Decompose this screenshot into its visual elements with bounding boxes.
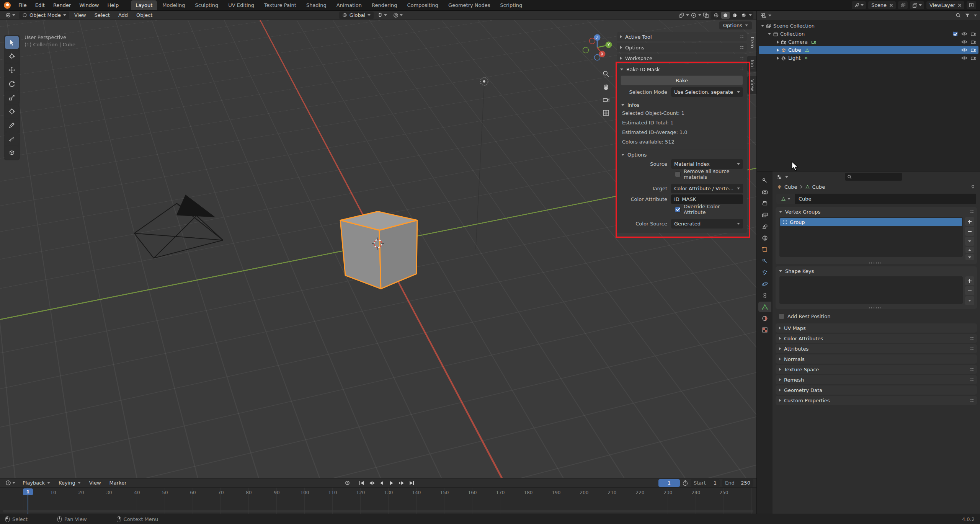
tab-rendering[interactable]: Rendering — [367, 0, 402, 10]
tool-annotate[interactable] — [5, 119, 19, 132]
shape-key-specials-button[interactable] — [965, 296, 974, 305]
close-icon[interactable] — [889, 3, 893, 7]
snap-toggle[interactable] — [375, 11, 389, 19]
bake-id-mask-header[interactable]: Bake ID Mask — [617, 64, 747, 74]
eye-icon[interactable] — [961, 40, 967, 44]
move-group-down-button[interactable] — [965, 254, 974, 260]
tab-scripting[interactable]: Scripting — [496, 0, 527, 10]
xray-toggle-icon[interactable] — [703, 12, 709, 18]
transform-orientation-selector[interactable]: Global — [339, 11, 374, 19]
tab-sculpting[interactable]: Sculpting — [190, 0, 223, 10]
tool-move[interactable] — [5, 64, 19, 77]
chevron-down-icon[interactable] — [974, 15, 977, 16]
npanel-tab-view[interactable]: View — [747, 76, 756, 94]
row-scene-collection[interactable]: Scene Collection — [759, 22, 978, 30]
jump-to-end-button[interactable] — [407, 479, 416, 487]
tool-measure[interactable] — [5, 132, 19, 145]
npanel-section-workspace[interactable]: Workspace — [617, 54, 747, 63]
timeline-editor-type-button[interactable] — [3, 479, 18, 487]
navigation-gizmo[interactable]: Z Y X — [582, 32, 612, 63]
breadcrumb-data[interactable]: Cube — [812, 184, 825, 190]
modifiers-tab[interactable] — [758, 256, 771, 266]
view-layer-selector[interactable]: ViewLayer — [926, 1, 964, 9]
remesh-header[interactable]: Remesh — [776, 375, 977, 384]
texture-tab[interactable] — [758, 325, 771, 335]
infos-subpanel-header[interactable]: Infos — [617, 100, 747, 108]
next-keyframe-button[interactable] — [397, 479, 406, 487]
add-rest-position-checkbox[interactable] — [779, 313, 784, 319]
eye-icon[interactable] — [961, 32, 967, 36]
physics-tab[interactable] — [758, 279, 771, 289]
menu-object[interactable]: Object — [133, 11, 156, 19]
shape-keys-header[interactable]: Shape Keys — [776, 266, 977, 276]
vertex-groups-list[interactable]: Group — [779, 217, 963, 257]
render-visibility-icon[interactable] — [971, 32, 976, 36]
current-frame-field[interactable]: 1 — [658, 479, 680, 487]
properties-search[interactable] — [845, 173, 902, 181]
tab-modeling[interactable]: Modeling — [158, 0, 189, 10]
chevron-down-icon[interactable] — [698, 14, 701, 16]
tab-geometry-nodes[interactable]: Geometry Nodes — [444, 0, 495, 10]
tool-rotate[interactable] — [5, 77, 19, 90]
menu-render[interactable]: Render — [49, 1, 75, 9]
shading-solid-button[interactable] — [721, 12, 730, 19]
shading-material-button[interactable] — [730, 12, 739, 19]
camera-view-icon[interactable] — [601, 95, 611, 105]
end-frame-field[interactable]: End 250 — [722, 479, 753, 487]
color-source-dropdown[interactable]: Generated — [671, 219, 743, 229]
selection-mode-dropdown[interactable]: Use Selection, separate — [671, 87, 743, 97]
view-layer-browse-button[interactable] — [910, 1, 924, 9]
override-color-attribute-checkbox[interactable] — [675, 207, 681, 212]
timeline-ruler[interactable]: 10 20 30 40 50 60 70 80 90 100 110 120 1… — [0, 487, 756, 514]
tab-animation[interactable]: Animation — [332, 0, 366, 10]
add-vertex-group-button[interactable] — [965, 217, 974, 226]
tool-scale[interactable] — [5, 91, 19, 104]
new-scene-button[interactable] — [898, 1, 908, 9]
mode-selector[interactable]: Object Mode — [19, 11, 69, 19]
vertex-group-specials-button[interactable] — [965, 237, 974, 246]
remove-source-materials-checkbox[interactable] — [675, 171, 681, 177]
add-shape-key-button[interactable] — [965, 276, 974, 285]
row-collection[interactable]: Collection — [759, 30, 978, 38]
menu-playback[interactable]: Playback — [19, 479, 54, 486]
remove-vertex-group-button[interactable] — [965, 227, 974, 236]
play-reverse-button[interactable] — [377, 479, 386, 487]
npanel-section-active-tool[interactable]: Active Tool — [617, 32, 747, 41]
chevron-down-icon[interactable] — [785, 176, 788, 178]
constraints-tab[interactable] — [758, 290, 771, 300]
menu-select[interactable]: Select — [91, 11, 113, 19]
jump-to-start-button[interactable] — [357, 479, 366, 487]
geometry-data-header[interactable]: Geometry Data — [776, 385, 977, 395]
vertex-group-item[interactable]: Group — [780, 218, 962, 226]
exclude-checkbox[interactable] — [953, 31, 958, 36]
color-attribute-input[interactable]: ID_MASK — [671, 194, 743, 204]
menu-add[interactable]: Add — [115, 11, 131, 19]
menu-view[interactable]: View — [71, 11, 90, 19]
chevron-down-icon[interactable] — [768, 15, 771, 16]
shape-keys-list[interactable] — [779, 276, 963, 304]
close-icon[interactable] — [958, 3, 961, 7]
outliner-editor-icon[interactable] — [760, 13, 766, 18]
menu-window[interactable]: Window — [75, 1, 103, 9]
tab-layout[interactable]: Layout — [131, 0, 157, 10]
zoom-icon[interactable] — [601, 69, 611, 79]
tab-texture-paint[interactable]: Texture Paint — [260, 0, 301, 10]
scene-tab[interactable] — [758, 221, 771, 232]
custom-properties-header[interactable]: Custom Properties — [776, 396, 977, 405]
new-view-layer-button[interactable] — [967, 1, 976, 9]
tool-cursor[interactable] — [5, 50, 19, 63]
texture-space-header[interactable]: Texture Space — [776, 365, 977, 374]
output-tab[interactable] — [758, 198, 771, 209]
move-group-up-button[interactable] — [965, 247, 974, 253]
vertex-groups-header[interactable]: Vertex Groups — [776, 207, 977, 216]
pin-icon[interactable] — [970, 184, 975, 189]
particles-tab[interactable] — [758, 267, 771, 278]
source-dropdown[interactable]: Material Index — [671, 159, 743, 169]
list-resize-grip[interactable] — [869, 307, 883, 309]
blender-logo-icon[interactable] — [4, 2, 11, 9]
eye-icon[interactable] — [961, 48, 967, 52]
scene-browse-button[interactable] — [852, 1, 866, 9]
npanel-section-options[interactable]: Options — [617, 43, 747, 52]
row-camera[interactable]: Camera — [759, 38, 978, 46]
toggle-perspective-icon[interactable] — [601, 108, 611, 118]
